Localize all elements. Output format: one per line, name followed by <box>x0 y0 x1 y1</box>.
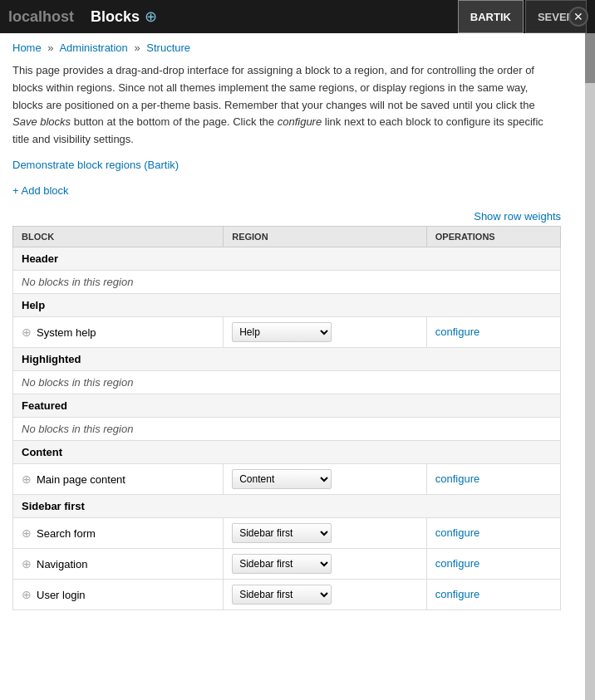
operations-cell: configure <box>426 316 560 347</box>
operations-cell: configure <box>426 517 560 548</box>
region-select[interactable]: - None -HeaderHelpHighlightedFeaturedCon… <box>232 322 332 342</box>
show-row-weights-container: Show row weights <box>12 210 561 223</box>
region-cell: - None -HeaderHelpHighlightedFeaturedCon… <box>224 548 427 579</box>
configure-link[interactable]: configure <box>435 557 479 570</box>
col-region: REGION <box>224 226 427 247</box>
block-cell: ⊕Navigation <box>13 548 224 579</box>
block-label: System help <box>37 326 96 339</box>
region-header-sidebar-first: Sidebar first <box>13 494 561 517</box>
empty-region-message: No blocks in this region <box>13 417 561 440</box>
empty-region-message: No blocks in this region <box>13 370 561 394</box>
region-name: Help <box>13 293 561 316</box>
table-row: ⊕Navigation- None -HeaderHelpHighlighted… <box>13 548 561 579</box>
close-button[interactable]: ✕ <box>568 7 588 27</box>
drag-handle[interactable]: ⊕ <box>22 472 32 486</box>
drag-handle[interactable]: ⊕ <box>22 557 32 570</box>
breadcrumb: Home » Administration » Structure <box>12 42 561 54</box>
region-cell: - None -HeaderHelpHighlightedFeaturedCon… <box>224 579 427 609</box>
configure-italic: configure <box>278 115 322 128</box>
region-name: Highlighted <box>13 347 561 370</box>
block-label: Search form <box>37 527 96 540</box>
theme-tabs: BARTIK SEVEN <box>456 0 587 33</box>
drag-handle[interactable]: ⊕ <box>22 588 32 601</box>
drag-handle[interactable]: ⊕ <box>22 326 32 339</box>
region-header-help: Help <box>13 293 561 316</box>
breadcrumb-structure[interactable]: Structure <box>146 42 190 54</box>
breadcrumb-sep-1: » <box>47 42 53 54</box>
col-block: BLOCK <box>13 226 224 247</box>
table-row: ⊕Main page content- None -HeaderHelpHigh… <box>13 463 561 494</box>
blocks-table: BLOCK REGION OPERATIONS HeaderNo blocks … <box>12 226 561 610</box>
region-select[interactable]: - None -HeaderHelpHighlightedFeaturedCon… <box>232 554 332 574</box>
configure-link[interactable]: configure <box>435 472 479 485</box>
block-label: Main page content <box>37 473 125 486</box>
block-label: User login <box>37 589 86 601</box>
region-name: Header <box>13 247 561 270</box>
demo-link[interactable]: Demonstrate block regions (Bartik) <box>12 159 561 171</box>
scrollbar-track[interactable] <box>585 33 595 700</box>
empty-region-row: No blocks in this region <box>13 370 561 394</box>
region-select[interactable]: - None -HeaderHelpHighlightedFeaturedCon… <box>232 523 332 543</box>
tab-bartik[interactable]: BARTIK <box>458 0 524 33</box>
empty-region-message: No blocks in this region <box>13 270 561 293</box>
scrollbar-thumb[interactable] <box>585 33 595 83</box>
page-title-bar: localhost Blocks ⊕ <box>8 7 456 26</box>
col-operations: OPERATIONS <box>426 226 560 247</box>
page-main-title: Blocks <box>91 8 140 26</box>
region-cell: - None -HeaderHelpHighlightedFeaturedCon… <box>224 517 427 548</box>
block-cell: ⊕Main page content <box>13 463 224 494</box>
region-select[interactable]: - None -HeaderHelpHighlightedFeaturedCon… <box>232 469 332 489</box>
table-row: ⊕Search form- None -HeaderHelpHighlighte… <box>13 517 561 548</box>
configure-link[interactable]: configure <box>435 326 479 338</box>
top-header: localhost Blocks ⊕ BARTIK SEVEN ✕ <box>0 0 595 33</box>
empty-region-row: No blocks in this region <box>13 417 561 440</box>
table-row: ⊕User login- None -HeaderHelpHighlighted… <box>13 579 561 609</box>
region-header-header: Header <box>13 247 561 270</box>
region-header-content: Content <box>13 440 561 463</box>
region-select[interactable]: - None -HeaderHelpHighlightedFeaturedCon… <box>232 585 332 605</box>
breadcrumb-administration[interactable]: Administration <box>59 42 127 54</box>
block-label: Navigation <box>37 558 87 570</box>
table-row: ⊕System help- None -HeaderHelpHighlighte… <box>13 316 561 347</box>
region-cell: - None -HeaderHelpHighlightedFeaturedCon… <box>224 316 427 347</box>
region-cell: - None -HeaderHelpHighlightedFeaturedCon… <box>224 463 427 494</box>
empty-region-row: No blocks in this region <box>13 270 561 293</box>
block-cell: ⊕User login <box>13 579 224 609</box>
table-header: BLOCK REGION OPERATIONS <box>13 226 561 247</box>
region-name: Sidebar first <box>13 494 561 517</box>
region-name: Featured <box>13 394 561 417</box>
region-header-featured: Featured <box>13 394 561 417</box>
operations-cell: configure <box>426 579 560 609</box>
region-name: Content <box>13 440 561 463</box>
configure-link[interactable]: configure <box>435 526 479 539</box>
main-content: Home » Administration » Structure This p… <box>0 33 573 619</box>
add-block-icon[interactable]: ⊕ <box>145 7 157 26</box>
drag-handle[interactable]: ⊕ <box>22 526 32 540</box>
page-description: This page provides a drag-and-drop inter… <box>12 62 561 149</box>
breadcrumb-sep-2: » <box>134 42 140 54</box>
operations-cell: configure <box>426 548 560 579</box>
block-cell: ⊕System help <box>13 316 224 347</box>
show-row-weights-link[interactable]: Show row weights <box>474 210 561 223</box>
block-cell: ⊕Search form <box>13 517 224 548</box>
add-block-button[interactable]: + Add block <box>12 184 69 197</box>
table-body: HeaderNo blocks in this regionHelp⊕Syste… <box>13 247 561 609</box>
operations-cell: configure <box>426 463 560 494</box>
region-header-highlighted: Highlighted <box>13 347 561 370</box>
save-blocks-italic: Save blocks <box>12 115 71 128</box>
site-title: localhost <box>8 8 74 26</box>
configure-link[interactable]: configure <box>435 588 479 600</box>
breadcrumb-home[interactable]: Home <box>12 42 42 54</box>
